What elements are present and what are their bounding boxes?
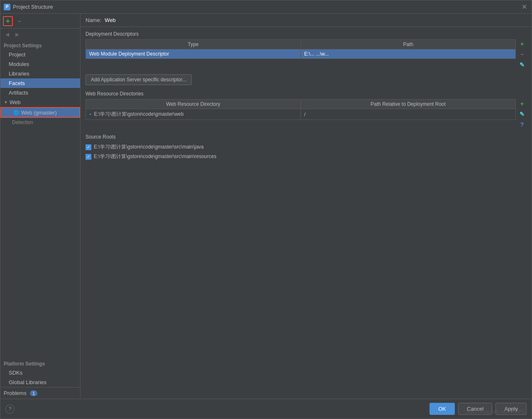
sidebar: + − ◀ ▶ Project Settings Project Modules… <box>0 14 81 399</box>
problems-label: Problems <box>4 390 27 396</box>
name-value: Web <box>105 17 116 23</box>
tree-detection-label: Detection <box>0 118 80 127</box>
add-facet-button[interactable]: + <box>3 16 13 26</box>
wr-table-header: Web Resource Directory Path Relative to … <box>86 100 515 109</box>
right-panel: Name: Web Deployment Descriptors Type Pa… <box>81 14 532 399</box>
folder-icon: ▪ <box>89 111 91 117</box>
web-facet-icon: 🌐 <box>13 109 20 116</box>
source-root-checkbox-2[interactable]: ✓ <box>85 154 91 160</box>
help-icon: ? <box>8 406 11 412</box>
source-roots-title: Source Roots <box>85 134 527 140</box>
source-roots-section: Source Roots ✓ E:\学习\图计算\gstore\code\gma… <box>85 134 527 161</box>
dd-table-header: Type Path <box>86 40 515 49</box>
sidebar-problems: Problems 1 <box>0 387 80 399</box>
deployment-descriptors-title: Deployment Descriptors <box>85 31 527 37</box>
wr-edit-button[interactable]: ✎ <box>517 110 527 119</box>
dd-edit-button[interactable]: ✎ <box>517 60 527 69</box>
sidebar-item-global-libraries[interactable]: Global Libraries <box>0 378 80 387</box>
sidebar-item-modules[interactable]: Modules <box>0 59 80 69</box>
title-bar: P Project Structure ✕ <box>0 0 532 14</box>
window-title: Project Structure <box>13 4 520 10</box>
dd-table-with-actions: Type Path Web Module Deployment Descript… <box>85 39 527 69</box>
wr-row-path: / <box>301 110 515 119</box>
wr-col-path: Path Relative to Deployment Root <box>301 100 515 109</box>
wr-col-dir: Web Resource Directory <box>86 100 301 109</box>
dd-table-container: Type Path Web Module Deployment Descript… <box>85 39 516 62</box>
main-content: + − ◀ ▶ Project Settings Project Modules… <box>0 14 532 399</box>
tree-triangle: ▼ <box>4 100 8 105</box>
source-root-item-2: ✓ E:\学习\图计算\gstore\code\gmaster\src\main… <box>85 152 527 161</box>
wr-table-container: Web Resource Directory Path Relative to … <box>85 99 516 123</box>
forward-button[interactable]: ▶ <box>13 30 21 39</box>
wr-table-with-actions: Web Resource Directory Path Relative to … <box>85 99 527 129</box>
source-root-path-1: E:\学习\图计算\gstore\code\gmaster\src\main\j… <box>94 144 204 151</box>
dialog-footer: ? OK Cancel Apply <box>0 399 532 419</box>
source-root-path-2: E:\学习\图计算\gstore\code\gmaster\src\main\r… <box>94 153 216 160</box>
sidebar-item-libraries[interactable]: Libraries <box>0 69 80 78</box>
dd-table: Type Path Web Module Deployment Descript… <box>85 39 516 59</box>
name-row: Name: Web <box>81 14 532 27</box>
dd-row-path: E:\... ...\w... <box>301 49 515 58</box>
source-root-item-1: ✓ E:\学习\图计算\gstore\code\gmaster\src\main… <box>85 142 527 152</box>
close-button[interactable]: ✕ <box>520 3 528 11</box>
wr-table-row[interactable]: ▪ E:\学习\图计算\gstore\code\gmaster\web / <box>86 109 515 119</box>
watermark: https://blog.csdn.net/HNUPCJ <box>466 409 527 414</box>
panel-content: Deployment Descriptors Type Path Web Mod… <box>81 27 532 399</box>
wr-actions: + ✎ ? <box>517 99 527 129</box>
tree-web-child-label: Web (gmaster) <box>21 110 57 116</box>
sidebar-item-sdks[interactable]: SDKs <box>0 368 80 378</box>
tree-section: ▼ Web 🌐 Web (gmaster) Detection <box>0 97 80 358</box>
problems-badge: 1 <box>30 390 37 396</box>
sidebar-item-facets[interactable]: Facets <box>0 78 80 88</box>
sidebar-toolbar: + − <box>0 14 80 29</box>
platform-settings-label: Platform Settings <box>0 358 80 368</box>
dd-row-type: Web Module Deployment Descriptor <box>86 49 301 58</box>
dd-remove-button[interactable]: − <box>517 50 527 59</box>
dd-actions: + − ✎ <box>517 39 527 69</box>
help-button[interactable]: ? <box>5 404 15 414</box>
add-descriptor-button[interactable]: Add Application Server specific descript… <box>85 74 192 85</box>
wr-table: Web Resource Directory Path Relative to … <box>85 99 516 120</box>
tree-web-gmaster[interactable]: 🌐 Web (gmaster) <box>0 107 80 118</box>
name-label: Name: <box>85 17 101 23</box>
project-settings-label: Project Settings <box>0 40 80 50</box>
sidebar-item-project[interactable]: Project <box>0 50 80 59</box>
back-button[interactable]: ◀ <box>3 30 11 39</box>
dd-col-type: Type <box>86 40 301 49</box>
ok-button[interactable]: OK <box>430 403 455 415</box>
dd-add-button[interactable]: + <box>517 39 527 49</box>
footer-left: ? <box>5 404 426 414</box>
source-root-checkbox-1[interactable]: ✓ <box>85 144 91 150</box>
remove-facet-button[interactable]: − <box>15 16 24 26</box>
tree-web-label: Web <box>10 99 21 105</box>
wr-row-dir: ▪ E:\学习\图计算\gstore\code\gmaster\web <box>86 109 301 119</box>
web-resource-title: Web Resource Directories <box>85 91 527 97</box>
tree-web-group: ▼ Web <box>0 97 80 107</box>
nav-section: ◀ ▶ <box>0 29 80 40</box>
project-structure-dialog: P Project Structure ✕ + − ◀ ▶ Project Se <box>0 0 532 419</box>
sidebar-item-artifacts[interactable]: Artifacts <box>0 88 80 97</box>
dd-table-row[interactable]: Web Module Deployment Descriptor E:\... … <box>86 49 515 58</box>
wr-add-button[interactable]: + <box>517 99 527 108</box>
app-icon: P <box>4 4 10 10</box>
wr-help-button[interactable]: ? <box>517 120 527 129</box>
dd-col-path: Path <box>301 40 515 49</box>
